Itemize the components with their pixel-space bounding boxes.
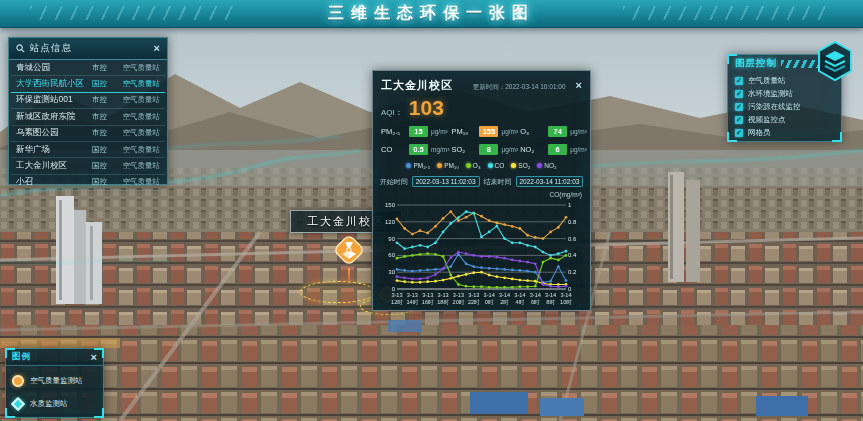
- station-list-item[interactable]: 新城区政府东院市控空气质量站: [11, 109, 165, 125]
- station-name: 新城区政府东院: [16, 111, 92, 123]
- series-point: [411, 233, 414, 236]
- marker-range-ring: [300, 281, 376, 303]
- station-list-item[interactable]: 环保监测站001市控空气质量站: [11, 93, 165, 109]
- series-point: [396, 279, 399, 282]
- chart-tick-label: 0.6: [568, 236, 577, 242]
- series-point: [465, 210, 468, 213]
- pollutant-value-badge: 0.5: [409, 144, 428, 155]
- start-time-input[interactable]: 2022-03-13 11:02:03: [412, 176, 480, 187]
- series-point: [434, 280, 437, 283]
- station-list-item[interactable]: 青城公园市控空气质量站: [11, 60, 165, 76]
- pollutant-cell: SO₂8μg/m³: [451, 142, 518, 157]
- station-name: 青城公园: [16, 62, 92, 74]
- series-legend-item[interactable]: O₃: [466, 162, 481, 169]
- chart-x-tick: 3-148时: [545, 292, 556, 305]
- series-point: [465, 262, 468, 265]
- series-point: [449, 277, 452, 280]
- station-list-item[interactable]: 大学西街民航小区国控空气质量站: [11, 76, 165, 92]
- pollutant-value-badge: 15: [409, 126, 428, 137]
- station-list-item[interactable]: 小召国控空气质量站: [11, 175, 165, 191]
- series-legend-item[interactable]: PM₂.₅: [406, 162, 430, 169]
- series-point: [442, 279, 445, 282]
- series-point: [488, 267, 491, 270]
- pollutant-unit: μg/m³: [570, 128, 587, 135]
- series-point: [472, 265, 475, 268]
- chart-x-tick: 3-142时: [499, 292, 510, 305]
- series-point: [549, 257, 552, 260]
- layer-panel-title: 图层控制: [735, 57, 777, 70]
- layer-list: ✓空气质量站✓水环境监测站✓污染源在线监控✓视频监控点✓网格员: [728, 72, 841, 141]
- aqi-label: AQI：: [381, 107, 403, 118]
- checkbox-checked-icon[interactable]: ✓: [735, 116, 743, 124]
- layer-toggle-item[interactable]: ✓视频监控点: [735, 113, 834, 126]
- series-point: [557, 226, 560, 229]
- layers-button[interactable]: [814, 40, 856, 82]
- series-point: [557, 265, 560, 268]
- pollutant-value-badge: 155: [479, 126, 498, 137]
- series-color-dot: [437, 163, 442, 168]
- series-legend-item[interactable]: SO₂: [511, 162, 530, 169]
- station-type: 空气质量站: [112, 161, 160, 171]
- chart-tick-label: 1: [568, 202, 572, 208]
- series-point: [419, 244, 422, 247]
- series-point: [465, 273, 468, 276]
- legend-list: 空气质量监测站水质监测站: [6, 366, 103, 418]
- layer-toggle-item[interactable]: ✓水环境监测站: [735, 87, 834, 100]
- layer-toggle-item[interactable]: ✓污染源在线监控: [735, 100, 834, 113]
- checkbox-checked-icon[interactable]: ✓: [735, 103, 743, 111]
- pollutant-name: SO₂: [451, 145, 476, 154]
- station-type: 空气质量站: [112, 177, 160, 187]
- series-point: [449, 210, 452, 213]
- series-point: [542, 261, 545, 264]
- station-name: 工大金川校区: [16, 160, 92, 172]
- legend-panel-header: 图例 ×: [6, 349, 103, 366]
- series-point: [411, 281, 414, 284]
- checkbox-checked-icon[interactable]: ✓: [735, 90, 743, 98]
- series-point: [449, 256, 452, 259]
- series-legend-item[interactable]: CO: [488, 162, 505, 169]
- station-type: 空气质量站: [112, 79, 160, 89]
- station-search-panel: 站点信息 × 青城公园市控空气质量站大学西街民航小区国控空气质量站环保监测站00…: [8, 37, 168, 185]
- series-point: [457, 275, 460, 278]
- station-list-item[interactable]: 新华广场国控空气质量站: [11, 142, 165, 158]
- close-icon[interactable]: ×: [154, 43, 160, 54]
- aqi-value: 103: [409, 98, 444, 118]
- station-list-item[interactable]: 乌素图公园市控空气质量站: [11, 126, 165, 142]
- chart-x-tick: 3-1316时: [422, 292, 434, 305]
- series-point: [488, 274, 491, 277]
- series-point: [472, 212, 475, 215]
- series-point: [526, 285, 529, 288]
- checkbox-checked-icon[interactable]: ✓: [735, 77, 743, 85]
- series-point: [480, 285, 483, 288]
- series-point: [457, 216, 460, 219]
- series-point: [526, 244, 529, 247]
- station-marker-pin[interactable]: [333, 234, 365, 270]
- series-point: [519, 279, 522, 282]
- chart-x-tick: 3-146时: [530, 292, 541, 305]
- close-icon[interactable]: ×: [576, 80, 582, 91]
- series-point: [434, 253, 437, 256]
- station-type: 空气质量站: [112, 128, 160, 138]
- series-color-dot: [406, 163, 411, 168]
- series-legend-item[interactable]: NO₂: [537, 162, 556, 169]
- series-point: [396, 257, 399, 260]
- station-list-item[interactable]: 工大金川校区国控空气质量站: [11, 158, 165, 174]
- layer-toggle-item[interactable]: ✓网格员: [735, 126, 834, 139]
- series-legend-item[interactable]: PM₁₀: [437, 162, 459, 169]
- series-point: [480, 255, 483, 258]
- chart-x-tick: 3-144时: [514, 292, 525, 305]
- series-point: [457, 283, 460, 286]
- end-time-input[interactable]: 2022-03-14 11:02:03: [516, 176, 584, 187]
- series-point: [503, 276, 506, 279]
- series-point: [549, 285, 552, 288]
- chart-x-tick: 3-1312时: [391, 292, 403, 305]
- title-bar: 三维生态环保一张图: [0, 0, 863, 28]
- right-axis-title: CO(mg/m³): [381, 191, 582, 199]
- series-color-dot: [537, 163, 542, 168]
- station-grade: 国控: [92, 145, 112, 155]
- chart-tick-label: 120: [385, 219, 396, 225]
- series-point: [396, 241, 399, 244]
- station-name: 新华广场: [16, 144, 92, 156]
- pollutant-cell: PM₁₀155μg/m³: [451, 124, 518, 139]
- series-point: [542, 251, 545, 254]
